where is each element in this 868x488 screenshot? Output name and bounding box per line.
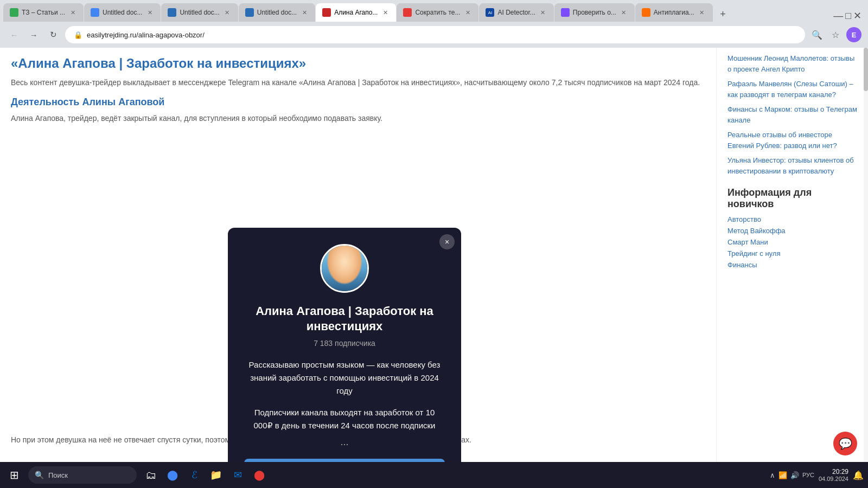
modal-area: × Алина Агапова | Заработок на инвестици…: [11, 130, 705, 434]
tab-antiplag[interactable]: Антиплагиа... ✕: [635, 3, 713, 22]
taskbar-search[interactable]: 🔍 Поиск: [28, 466, 137, 484]
sidebar-link-3[interactable]: Реальные отзывы об инвесторе Евгений Руб…: [727, 130, 857, 151]
tab-label-detector: AI Detector...: [497, 9, 535, 16]
tab-icon-t3: [10, 8, 18, 17]
taskbar-search-text: Поиск: [48, 471, 68, 479]
article-title: «Алина Агапова | Заработок на инвестиция…: [11, 56, 705, 71]
back-button[interactable]: ←: [7, 27, 22, 42]
taskbar-icons: ∧ 📶 🔊 РУС: [770, 471, 814, 479]
tab-close-t3[interactable]: ✕: [68, 8, 77, 17]
close-window-button[interactable]: ✕: [853, 10, 861, 22]
address-input[interactable]: 🔒 easilytrejding.ru/alina-agapova-obzor/: [65, 26, 805, 43]
tab-doc2[interactable]: Untitled doc... ✕: [84, 3, 161, 22]
sidebar-sub-link-4[interactable]: Финансы: [727, 261, 857, 269]
modal-body: Алина Агапова | Заработок на инвестициях…: [228, 293, 461, 488]
taskbar: ⊞ 🔍 Поиск 🗂 ⬤ ℰ 📁 ✉ ⬤ ∧ 📶 🔊 РУС 20:29 04…: [0, 462, 868, 488]
taskbar-app-browser2[interactable]: ⬤: [250, 465, 269, 485]
refresh-button[interactable]: ↻: [46, 27, 61, 42]
sidebar-link-4[interactable]: Ульяна Инвестор: отзывы клиентов об инве…: [727, 155, 857, 176]
taskbar-time: 20:29 04.09.2024: [819, 468, 848, 482]
tab-close-sokr[interactable]: ✕: [463, 8, 472, 17]
modal-subscribers: 7 183 подписчика: [244, 339, 445, 348]
tab-label-doc3: Untitled doc...: [180, 9, 219, 16]
modal-dots: ...: [244, 436, 445, 448]
avatar-container: [228, 228, 461, 293]
section-heading: Деятельность Алины Агаповой: [11, 97, 705, 108]
browser-chrome: ТЗ – Статьи ... ✕ Untitled doc... ✕ Unti…: [0, 0, 868, 48]
taskbar-app-file[interactable]: 🗂: [141, 465, 161, 485]
forward-button[interactable]: →: [26, 27, 41, 42]
tab-close-detector[interactable]: ✕: [539, 8, 547, 17]
scrollbar-track[interactable]: [864, 48, 868, 462]
sidebar-sub-link-0[interactable]: Авторство: [727, 215, 857, 223]
sidebar: Мошенник Леонид Малолетов: отзывы о прое…: [716, 48, 868, 488]
taskbar-apps: 🗂 ⬤ ℰ 📁 ✉ ⬤: [141, 465, 269, 485]
sidebar-link-2[interactable]: Финансы с Марком: отзывы о Телеграм кана…: [727, 104, 857, 125]
tab-icon-detector: AI: [486, 8, 494, 17]
tab-label-doc2: Untitled doc...: [103, 9, 142, 16]
tab-close-doc3[interactable]: ✕: [223, 8, 232, 17]
avatar-image: [322, 246, 367, 291]
tab-sokr[interactable]: Сократить те... ✕: [397, 3, 478, 22]
tab-alina[interactable]: Алина Агапо... ✕: [316, 3, 396, 22]
tab-bar: ТЗ – Статьи ... ✕ Untitled doc... ✕ Unti…: [0, 0, 868, 22]
maximize-button[interactable]: □: [845, 10, 851, 22]
tab-close-doc4[interactable]: ✕: [300, 8, 309, 17]
minimize-button[interactable]: —: [833, 10, 843, 22]
start-button[interactable]: ⊞: [4, 465, 24, 485]
modal-avatar: [320, 244, 369, 293]
tab-close-antiplag[interactable]: ✕: [698, 8, 706, 17]
taskbar-network-icon: 📶: [778, 471, 787, 479]
tab-close-doc2[interactable]: ✕: [145, 8, 154, 17]
modal-close-button[interactable]: ×: [439, 234, 455, 249]
tab-icon-antiplag: [642, 8, 650, 17]
chat-button[interactable]: 💬: [833, 432, 857, 455]
sidebar-sub-link-1[interactable]: Метод Вайкоффа: [727, 227, 857, 235]
tab-close-proverit[interactable]: ✕: [620, 8, 628, 17]
taskbar-search-icon: 🔍: [35, 471, 44, 479]
taskbar-app-mail[interactable]: ✉: [228, 465, 247, 485]
taskbar-app-chrome[interactable]: ⬤: [163, 465, 182, 485]
tab-t3[interactable]: ТЗ – Статьи ... ✕: [3, 3, 84, 22]
taskbar-right: ∧ 📶 🔊 РУС 20:29 04.09.2024 🔔: [770, 468, 864, 482]
address-bar: ← → ↻ 🔒 easilytrejding.ru/alina-agapova-…: [0, 22, 868, 48]
sidebar-sub-link-3[interactable]: Трейдинг с нуля: [727, 249, 857, 258]
tab-detector[interactable]: AI AI Detector... ✕: [479, 3, 553, 22]
search-icon[interactable]: 🔍: [809, 27, 825, 42]
tab-label-alina: Алина Агапо...: [334, 9, 378, 16]
profile-button[interactable]: Е: [846, 27, 861, 42]
taskbar-chevron[interactable]: ∧: [770, 471, 775, 479]
tab-doc3[interactable]: Untitled doc... ✕: [161, 3, 238, 22]
tab-doc4[interactable]: Untitled doc... ✕: [239, 3, 315, 22]
tab-icon-doc4: [245, 8, 254, 17]
modal-desc1: Рассказываю простым языком — как человек…: [244, 358, 445, 397]
tab-label-antiplag: Антиплагиа...: [654, 9, 694, 16]
tab-icon-doc2: [91, 8, 99, 17]
tab-icon-proverit: [561, 8, 570, 17]
sidebar-sub-link-2[interactable]: Смарт Мани: [727, 238, 857, 246]
section-text: Алина Агапова, трейдер, ведёт закрытый к…: [11, 112, 705, 124]
scrollbar-thumb[interactable]: [864, 48, 868, 91]
page-container: «Алина Агапова | Заработок на инвестиция…: [0, 48, 868, 488]
taskbar-date: 04.09.2024: [819, 476, 848, 482]
tab-label-proverit: Проверить о...: [573, 9, 616, 16]
taskbar-lang: РУС: [802, 472, 814, 478]
new-tab-button[interactable]: +: [716, 7, 731, 22]
modal-desc2: Подписчики канала выходят на заработок о…: [244, 406, 445, 432]
taskbar-notification[interactable]: 🔔: [853, 470, 864, 480]
tab-icon-alina: [322, 8, 331, 17]
sidebar-link-0[interactable]: Мошенник Леонид Малолетов: отзывы о прое…: [727, 53, 857, 74]
taskbar-clock: 20:29: [832, 468, 848, 476]
tab-label-doc4: Untitled doc...: [257, 9, 297, 16]
lock-icon: 🔒: [74, 31, 82, 39]
sidebar-link-1[interactable]: Рафаэль Манвелян (Слезы Сатоши) – как ра…: [727, 79, 857, 100]
tab-label-sokr: Сократить те...: [415, 9, 460, 16]
taskbar-app-edge[interactable]: ℰ: [184, 465, 204, 485]
modal-dialog: × Алина Агапова | Заработок на инвестици…: [228, 228, 461, 488]
address-text: easilytrejding.ru/alina-agapova-obzor/: [87, 31, 796, 39]
tab-proverit[interactable]: Проверить о... ✕: [554, 3, 635, 22]
bookmark-icon[interactable]: ☆: [828, 27, 843, 42]
taskbar-app-folder[interactable]: 📁: [206, 465, 226, 485]
tab-close-alina[interactable]: ✕: [381, 8, 390, 17]
tab-icon-sokr: [403, 8, 412, 17]
